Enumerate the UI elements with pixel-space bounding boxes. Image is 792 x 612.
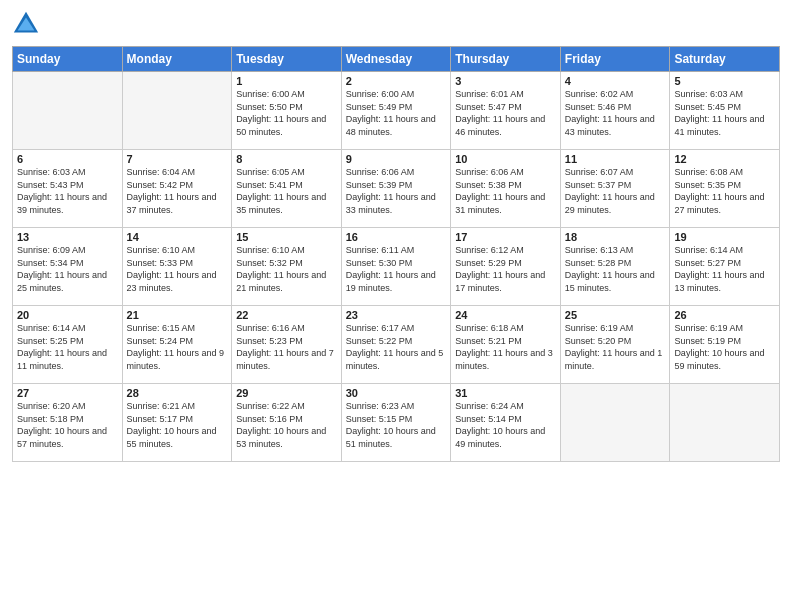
- calendar-table: SundayMondayTuesdayWednesdayThursdayFrid…: [12, 46, 780, 462]
- calendar-cell: 5Sunrise: 6:03 AMSunset: 5:45 PMDaylight…: [670, 72, 780, 150]
- day-number: 17: [455, 231, 556, 243]
- calendar-cell: 25Sunrise: 6:19 AMSunset: 5:20 PMDayligh…: [560, 306, 670, 384]
- calendar-cell: 30Sunrise: 6:23 AMSunset: 5:15 PMDayligh…: [341, 384, 451, 462]
- calendar-cell: 9Sunrise: 6:06 AMSunset: 5:39 PMDaylight…: [341, 150, 451, 228]
- logo: [12, 10, 44, 38]
- day-number: 31: [455, 387, 556, 399]
- day-number: 9: [346, 153, 447, 165]
- day-info: Sunrise: 6:17 AMSunset: 5:22 PMDaylight:…: [346, 322, 447, 372]
- calendar-cell: 10Sunrise: 6:06 AMSunset: 5:38 PMDayligh…: [451, 150, 561, 228]
- day-info: Sunrise: 6:01 AMSunset: 5:47 PMDaylight:…: [455, 88, 556, 138]
- day-number: 14: [127, 231, 228, 243]
- calendar-cell: 15Sunrise: 6:10 AMSunset: 5:32 PMDayligh…: [232, 228, 342, 306]
- calendar-week-row: 13Sunrise: 6:09 AMSunset: 5:34 PMDayligh…: [13, 228, 780, 306]
- day-info: Sunrise: 6:00 AMSunset: 5:50 PMDaylight:…: [236, 88, 337, 138]
- calendar-cell: 16Sunrise: 6:11 AMSunset: 5:30 PMDayligh…: [341, 228, 451, 306]
- day-number: 25: [565, 309, 666, 321]
- day-number: 21: [127, 309, 228, 321]
- day-info: Sunrise: 6:20 AMSunset: 5:18 PMDaylight:…: [17, 400, 118, 450]
- calendar-cell: 2Sunrise: 6:00 AMSunset: 5:49 PMDaylight…: [341, 72, 451, 150]
- day-info: Sunrise: 6:14 AMSunset: 5:27 PMDaylight:…: [674, 244, 775, 294]
- calendar-cell: 19Sunrise: 6:14 AMSunset: 5:27 PMDayligh…: [670, 228, 780, 306]
- day-info: Sunrise: 6:19 AMSunset: 5:19 PMDaylight:…: [674, 322, 775, 372]
- day-info: Sunrise: 6:06 AMSunset: 5:39 PMDaylight:…: [346, 166, 447, 216]
- day-number: 3: [455, 75, 556, 87]
- calendar-cell: 26Sunrise: 6:19 AMSunset: 5:19 PMDayligh…: [670, 306, 780, 384]
- day-info: Sunrise: 6:08 AMSunset: 5:35 PMDaylight:…: [674, 166, 775, 216]
- calendar-cell: 14Sunrise: 6:10 AMSunset: 5:33 PMDayligh…: [122, 228, 232, 306]
- weekday-header-monday: Monday: [122, 47, 232, 72]
- day-number: 18: [565, 231, 666, 243]
- day-info: Sunrise: 6:13 AMSunset: 5:28 PMDaylight:…: [565, 244, 666, 294]
- day-number: 2: [346, 75, 447, 87]
- weekday-header-saturday: Saturday: [670, 47, 780, 72]
- day-number: 13: [17, 231, 118, 243]
- day-info: Sunrise: 6:19 AMSunset: 5:20 PMDaylight:…: [565, 322, 666, 372]
- calendar-cell: [560, 384, 670, 462]
- weekday-header-row: SundayMondayTuesdayWednesdayThursdayFrid…: [13, 47, 780, 72]
- day-number: 20: [17, 309, 118, 321]
- calendar-cell: 7Sunrise: 6:04 AMSunset: 5:42 PMDaylight…: [122, 150, 232, 228]
- weekday-header-thursday: Thursday: [451, 47, 561, 72]
- calendar-cell: 20Sunrise: 6:14 AMSunset: 5:25 PMDayligh…: [13, 306, 123, 384]
- day-info: Sunrise: 6:12 AMSunset: 5:29 PMDaylight:…: [455, 244, 556, 294]
- day-number: 12: [674, 153, 775, 165]
- calendar-week-row: 27Sunrise: 6:20 AMSunset: 5:18 PMDayligh…: [13, 384, 780, 462]
- day-number: 15: [236, 231, 337, 243]
- day-info: Sunrise: 6:05 AMSunset: 5:41 PMDaylight:…: [236, 166, 337, 216]
- day-number: 30: [346, 387, 447, 399]
- calendar-cell: 6Sunrise: 6:03 AMSunset: 5:43 PMDaylight…: [13, 150, 123, 228]
- day-info: Sunrise: 6:23 AMSunset: 5:15 PMDaylight:…: [346, 400, 447, 450]
- calendar-cell: 4Sunrise: 6:02 AMSunset: 5:46 PMDaylight…: [560, 72, 670, 150]
- calendar-cell: 12Sunrise: 6:08 AMSunset: 5:35 PMDayligh…: [670, 150, 780, 228]
- day-number: 4: [565, 75, 666, 87]
- day-info: Sunrise: 6:02 AMSunset: 5:46 PMDaylight:…: [565, 88, 666, 138]
- day-info: Sunrise: 6:21 AMSunset: 5:17 PMDaylight:…: [127, 400, 228, 450]
- day-info: Sunrise: 6:04 AMSunset: 5:42 PMDaylight:…: [127, 166, 228, 216]
- day-info: Sunrise: 6:15 AMSunset: 5:24 PMDaylight:…: [127, 322, 228, 372]
- day-number: 7: [127, 153, 228, 165]
- weekday-header-tuesday: Tuesday: [232, 47, 342, 72]
- day-number: 8: [236, 153, 337, 165]
- day-info: Sunrise: 6:16 AMSunset: 5:23 PMDaylight:…: [236, 322, 337, 372]
- calendar-cell: 3Sunrise: 6:01 AMSunset: 5:47 PMDaylight…: [451, 72, 561, 150]
- logo-icon: [12, 10, 40, 38]
- day-number: 26: [674, 309, 775, 321]
- day-number: 16: [346, 231, 447, 243]
- calendar-cell: 31Sunrise: 6:24 AMSunset: 5:14 PMDayligh…: [451, 384, 561, 462]
- day-number: 11: [565, 153, 666, 165]
- day-info: Sunrise: 6:10 AMSunset: 5:32 PMDaylight:…: [236, 244, 337, 294]
- calendar-cell: 22Sunrise: 6:16 AMSunset: 5:23 PMDayligh…: [232, 306, 342, 384]
- calendar-cell: 11Sunrise: 6:07 AMSunset: 5:37 PMDayligh…: [560, 150, 670, 228]
- calendar-cell: 24Sunrise: 6:18 AMSunset: 5:21 PMDayligh…: [451, 306, 561, 384]
- calendar-cell: 17Sunrise: 6:12 AMSunset: 5:29 PMDayligh…: [451, 228, 561, 306]
- day-number: 22: [236, 309, 337, 321]
- day-number: 24: [455, 309, 556, 321]
- day-info: Sunrise: 6:00 AMSunset: 5:49 PMDaylight:…: [346, 88, 447, 138]
- day-number: 29: [236, 387, 337, 399]
- day-info: Sunrise: 6:10 AMSunset: 5:33 PMDaylight:…: [127, 244, 228, 294]
- calendar-cell: [122, 72, 232, 150]
- weekday-header-sunday: Sunday: [13, 47, 123, 72]
- calendar-cell: 13Sunrise: 6:09 AMSunset: 5:34 PMDayligh…: [13, 228, 123, 306]
- calendar-cell: 8Sunrise: 6:05 AMSunset: 5:41 PMDaylight…: [232, 150, 342, 228]
- weekday-header-friday: Friday: [560, 47, 670, 72]
- day-number: 19: [674, 231, 775, 243]
- calendar-cell: 29Sunrise: 6:22 AMSunset: 5:16 PMDayligh…: [232, 384, 342, 462]
- day-info: Sunrise: 6:09 AMSunset: 5:34 PMDaylight:…: [17, 244, 118, 294]
- calendar-cell: [13, 72, 123, 150]
- calendar-cell: 1Sunrise: 6:00 AMSunset: 5:50 PMDaylight…: [232, 72, 342, 150]
- day-number: 6: [17, 153, 118, 165]
- day-number: 1: [236, 75, 337, 87]
- calendar-cell: 28Sunrise: 6:21 AMSunset: 5:17 PMDayligh…: [122, 384, 232, 462]
- day-number: 27: [17, 387, 118, 399]
- day-number: 5: [674, 75, 775, 87]
- calendar-cell: 21Sunrise: 6:15 AMSunset: 5:24 PMDayligh…: [122, 306, 232, 384]
- day-info: Sunrise: 6:24 AMSunset: 5:14 PMDaylight:…: [455, 400, 556, 450]
- calendar-cell: 18Sunrise: 6:13 AMSunset: 5:28 PMDayligh…: [560, 228, 670, 306]
- day-info: Sunrise: 6:18 AMSunset: 5:21 PMDaylight:…: [455, 322, 556, 372]
- page: SundayMondayTuesdayWednesdayThursdayFrid…: [0, 0, 792, 612]
- calendar-cell: 27Sunrise: 6:20 AMSunset: 5:18 PMDayligh…: [13, 384, 123, 462]
- day-info: Sunrise: 6:07 AMSunset: 5:37 PMDaylight:…: [565, 166, 666, 216]
- calendar-cell: [670, 384, 780, 462]
